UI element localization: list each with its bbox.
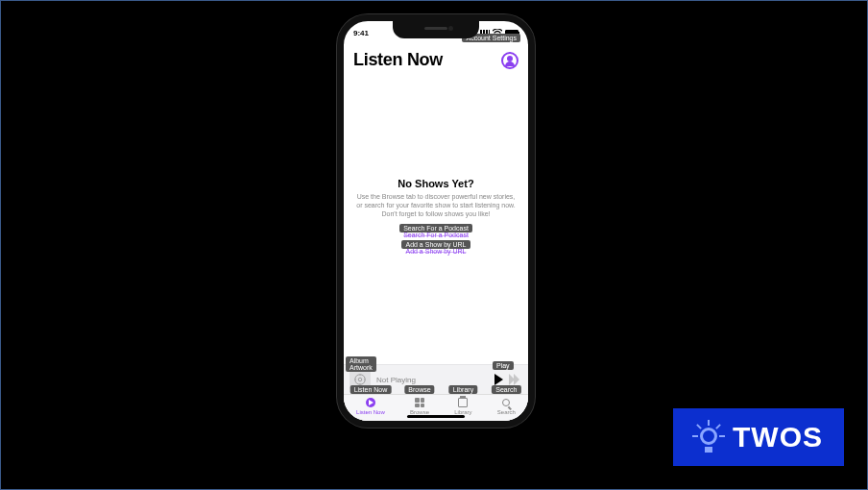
artwork-tooltip: Album Artwork [346, 356, 376, 372]
empty-state: No Shows Yet? Use the Browse tab to disc… [344, 70, 528, 364]
lightbulb-icon [694, 420, 723, 454]
library-icon [458, 398, 468, 407]
empty-heading: No Shows Yet? [398, 178, 473, 189]
svg-point-0 [355, 375, 366, 385]
play-tooltip: Play [493, 361, 514, 370]
tab-search-label: Search [497, 409, 516, 415]
tab-search[interactable]: Search Search [497, 397, 516, 415]
play-circle-icon [366, 398, 375, 407]
tab-listen-now[interactable]: Listen Now Listen Now [356, 397, 385, 415]
empty-body: Use the Browse tab to discover powerful … [355, 192, 517, 218]
tab-browse-tooltip: Browse [404, 385, 434, 394]
device-notch [393, 21, 479, 38]
now-playing-status: Not Playing [376, 376, 494, 384]
page-title: Listen Now [353, 50, 443, 70]
tab-listen-label: Listen Now [356, 409, 385, 415]
grid-icon [415, 398, 424, 407]
status-time: 9:41 [353, 29, 369, 37]
search-icon [502, 399, 510, 406]
home-indicator[interactable] [407, 415, 465, 418]
tab-listen-tooltip: Listen Now [350, 385, 392, 394]
account-button[interactable] [501, 52, 518, 69]
watermark-text: TWOS [733, 421, 823, 453]
watermark-badge: TWOS [673, 408, 844, 466]
tab-browse[interactable]: Browse Browse [410, 397, 429, 415]
add-url-link[interactable]: Add a Show by URL [405, 248, 466, 255]
svg-point-1 [358, 378, 362, 381]
skip-forward-button[interactable] [509, 374, 522, 385]
tab-library-tooltip: Library [449, 385, 477, 394]
play-button[interactable] [494, 374, 503, 385]
tab-library[interactable]: Library Library [454, 397, 471, 415]
iphone-device-frame: 9:41 Listen Now Account Settings No Show… [337, 14, 535, 428]
search-podcast-link[interactable]: Search For a Podcast [403, 232, 469, 238]
tab-search-tooltip: Search [492, 385, 520, 394]
